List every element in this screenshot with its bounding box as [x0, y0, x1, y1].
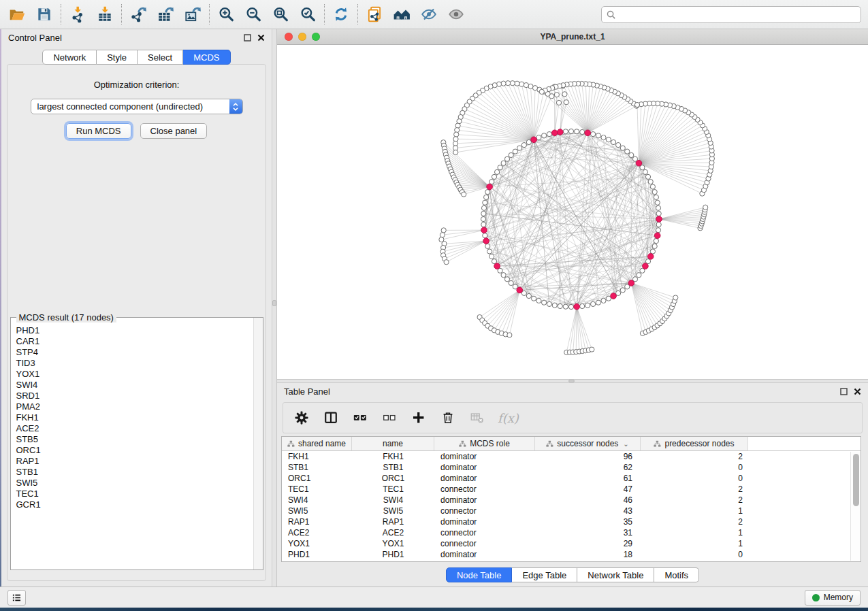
zoom-in-button[interactable] — [216, 4, 236, 24]
mcds-result-item[interactable]: PHD1 — [16, 325, 253, 336]
cell-predecessor-nodes[interactable]: 0 — [641, 550, 748, 559]
mcds-result-item[interactable]: CAR1 — [16, 336, 253, 347]
hide-graphics-details-button[interactable] — [419, 4, 439, 24]
cell-predecessor-nodes[interactable]: 0 — [641, 474, 748, 483]
mcds-list-scrollbar[interactable] — [253, 318, 263, 569]
mcds-result-item[interactable]: TID3 — [16, 358, 253, 369]
cell-name[interactable]: STB1 — [352, 463, 434, 472]
export-table-button[interactable] — [155, 4, 176, 24]
cell-shared-name[interactable]: PHD1 — [282, 550, 352, 559]
tab-network[interactable]: Network — [42, 50, 97, 65]
cell-successor-nodes[interactable]: 35 — [535, 517, 641, 527]
column-header-successor-nodes[interactable]: successor nodes⌄ — [535, 437, 641, 450]
memory-button[interactable]: Memory — [805, 590, 861, 606]
cell-MCDS-role[interactable]: dominator — [434, 550, 535, 559]
mcds-result-item[interactable]: STP4 — [16, 347, 253, 358]
mcds-result-item[interactable]: ACE2 — [16, 423, 253, 434]
tab-mcds[interactable]: MCDS — [183, 50, 230, 65]
cell-shared-name[interactable]: YOX1 — [282, 539, 352, 548]
cell-successor-nodes[interactable]: 31 — [535, 528, 641, 538]
close-panel-icon[interactable] — [257, 34, 265, 42]
cell-predecessor-nodes[interactable]: 0 — [641, 463, 748, 472]
cell-successor-nodes[interactable]: 47 — [535, 484, 641, 494]
cell-predecessor-nodes[interactable]: 1 — [641, 539, 748, 548]
table-row[interactable]: YOX1YOX1connector291 — [282, 538, 861, 549]
mcds-result-item[interactable]: SWI4 — [16, 380, 253, 391]
network-canvas[interactable] — [277, 45, 868, 379]
cell-shared-name[interactable]: ACE2 — [282, 528, 352, 538]
cell-predecessor-nodes[interactable]: 2 — [641, 517, 748, 527]
new-network-from-selection-button[interactable] — [364, 4, 385, 24]
tab-network-table[interactable]: Network Table — [577, 567, 654, 582]
cell-MCDS-role[interactable]: dominator — [434, 474, 535, 483]
table-row[interactable]: FKH1FKH1dominator962 — [282, 451, 861, 462]
select-all-rows-button[interactable] — [351, 409, 369, 427]
run-mcds-button[interactable]: Run MCDS — [66, 123, 131, 139]
cell-name[interactable]: SWI4 — [352, 495, 434, 505]
cell-MCDS-role[interactable]: connector — [434, 506, 535, 516]
cell-MCDS-role[interactable]: dominator — [434, 452, 535, 461]
cell-name[interactable]: YOX1 — [352, 539, 434, 548]
close-table-panel-icon[interactable] — [854, 388, 861, 395]
zoom-out-button[interactable] — [243, 4, 263, 24]
cell-name[interactable]: PHD1 — [352, 550, 434, 559]
mcds-result-item[interactable]: PMA2 — [16, 401, 253, 412]
cell-shared-name[interactable]: ORC1 — [282, 474, 352, 483]
cell-MCDS-role[interactable]: connector — [434, 539, 535, 548]
horizontal-splitter[interactable] — [277, 379, 868, 383]
tab-edge-table[interactable]: Edge Table — [512, 567, 577, 582]
table-row[interactable]: SWI4SWI4dominator462 — [282, 495, 861, 506]
mcds-result-item[interactable]: SRD1 — [16, 391, 253, 401]
table-row[interactable]: SWI5SWI5connector431 — [282, 506, 861, 516]
cell-successor-nodes[interactable]: 46 — [535, 495, 641, 505]
add-column-button[interactable] — [410, 409, 428, 427]
column-header-name[interactable]: name — [352, 437, 434, 450]
cell-name[interactable]: ACE2 — [352, 528, 434, 538]
cell-predecessor-nodes[interactable]: 2 — [641, 484, 748, 494]
tab-node-table[interactable]: Node Table — [446, 567, 513, 582]
column-header-predecessor-nodes[interactable]: predecessor nodes — [641, 437, 748, 450]
mcds-result-item[interactable]: ORC1 — [16, 445, 253, 456]
vertical-splitter-grip[interactable] — [272, 300, 276, 306]
save-session-button[interactable] — [34, 4, 54, 24]
export-network-button[interactable] — [128, 4, 148, 24]
table-row[interactable]: ORC1ORC1dominator610 — [282, 473, 861, 484]
cell-successor-nodes[interactable]: 29 — [535, 539, 641, 548]
table-row[interactable]: PHD1PHD1dominator180 — [282, 549, 861, 560]
table-row[interactable]: TEC1TEC1connector472 — [282, 484, 861, 495]
tab-select[interactable]: Select — [138, 50, 183, 65]
mcds-result-item[interactable]: TEC1 — [16, 489, 253, 499]
column-header-shared-name[interactable]: shared name — [282, 437, 352, 450]
table-row[interactable]: STB1STB1dominator620 — [282, 462, 861, 473]
zoom-selected-button[interactable] — [298, 4, 318, 24]
cell-name[interactable]: TEC1 — [352, 484, 434, 494]
tab-motifs[interactable]: Motifs — [654, 567, 699, 582]
task-history-button[interactable] — [7, 590, 26, 606]
cell-predecessor-nodes[interactable]: 1 — [641, 528, 748, 538]
cell-predecessor-nodes[interactable]: 2 — [641, 452, 748, 461]
column-header-MCDS-role[interactable]: MCDS role — [434, 437, 535, 450]
mcds-result-item[interactable]: GCR1 — [16, 499, 253, 510]
close-panel-button[interactable]: Close panel — [140, 123, 208, 139]
mcds-result-item[interactable]: FKH1 — [16, 412, 253, 423]
mcds-result-item[interactable]: STB1 — [16, 467, 253, 478]
delete-column-button[interactable] — [439, 409, 457, 427]
table-row[interactable]: RAP1RAP1dominator352 — [282, 516, 861, 527]
mcds-result-item[interactable]: YOX1 — [16, 369, 253, 380]
cell-shared-name[interactable]: SWI4 — [282, 495, 352, 505]
cell-MCDS-role[interactable]: connector — [434, 484, 535, 494]
cell-name[interactable]: FKH1 — [352, 452, 434, 461]
import-table-from-file-button[interactable] — [95, 4, 115, 24]
cell-predecessor-nodes[interactable]: 1 — [641, 506, 748, 516]
import-network-from-file-button[interactable] — [67, 4, 88, 24]
cell-successor-nodes[interactable]: 96 — [535, 452, 641, 461]
search-input[interactable] — [616, 7, 856, 21]
mcds-result-item[interactable]: RAP1 — [16, 456, 253, 467]
cell-successor-nodes[interactable]: 62 — [535, 463, 641, 472]
float-table-panel-icon[interactable] — [840, 388, 848, 395]
cell-shared-name[interactable]: SWI5 — [282, 506, 352, 516]
cell-successor-nodes[interactable]: 18 — [535, 550, 641, 559]
cell-shared-name[interactable]: RAP1 — [282, 517, 352, 527]
deselect-all-rows-button[interactable] — [381, 409, 398, 427]
cell-MCDS-role[interactable]: dominator — [434, 463, 535, 472]
